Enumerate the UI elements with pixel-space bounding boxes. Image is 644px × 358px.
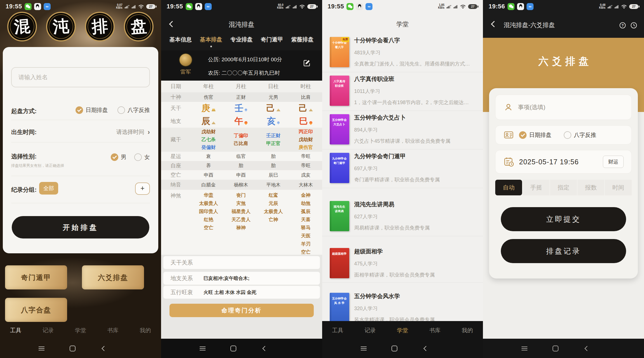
zizuo-row: 自座 养胎胎帝旺 bbox=[161, 161, 322, 170]
shortcut-card[interactable]: 八字合盘 bbox=[5, 298, 67, 322]
course-item[interactable]: 混沌先生讲周易 混沌先生讲周易 627人学习 周易精讲课，职业班会员免费专属 bbox=[322, 188, 483, 236]
tab-item[interactable]: 专业排盘 bbox=[230, 36, 253, 47]
tab-item[interactable]: 书库 bbox=[107, 327, 119, 334]
course-list: 免费 十分钟学会看八字 十分钟学会看八字 4819人学习 全真教龙门派传人，混沌… bbox=[322, 34, 483, 321]
add-group-button[interactable]: + bbox=[135, 182, 150, 195]
tab-item[interactable]: 学堂 bbox=[397, 327, 408, 334]
fortune-button[interactable]: 财运 bbox=[603, 156, 624, 168]
edit-icon[interactable] bbox=[303, 59, 311, 68]
shensha-row: 神煞 华盖太极贵人国印贵人红艳空亡丧门灾煞福星贵人天乙贵人禄神红鸾元辰太极贵人亡… bbox=[161, 190, 322, 255]
nav-home-icon[interactable] bbox=[230, 345, 236, 351]
signal-sim1-icon: ✕ bbox=[125, 4, 129, 9]
nav-menu-icon[interactable] bbox=[522, 345, 527, 352]
qq-icon bbox=[34, 3, 41, 10]
table-cell: 正财 bbox=[225, 94, 257, 100]
mode-tab[interactable]: 自动 bbox=[495, 180, 522, 195]
battery-indicator: 27 bbox=[468, 4, 477, 9]
method-options: 日期排盘八字反推 bbox=[76, 106, 150, 114]
matter-input[interactable]: 事项(选填) bbox=[495, 95, 632, 120]
history-icon[interactable] bbox=[630, 22, 637, 30]
tab-item[interactable]: 记录 bbox=[364, 327, 376, 334]
nav-back-icon[interactable] bbox=[102, 346, 107, 351]
group-all-chip[interactable]: 全部 bbox=[39, 182, 58, 195]
course-item[interactable]: 五分钟学会风 水 学 五分钟学会风水学 320人学习 风水学精讲课，职业班会员免… bbox=[322, 283, 483, 321]
nav-back-icon[interactable] bbox=[263, 346, 268, 351]
help-icon[interactable]: ? bbox=[619, 22, 626, 30]
network-speed: 60.0KB/s bbox=[277, 4, 284, 10]
element-icon bbox=[309, 121, 313, 125]
status-bar: 19:55 ∞ 1.85KB/s ✕ 27 bbox=[322, 0, 483, 13]
method-radio[interactable]: 日期排盘 bbox=[519, 131, 551, 139]
gender-radio[interactable]: 男 bbox=[111, 153, 126, 161]
table-cell: 衰 bbox=[192, 153, 225, 160]
shortcut-card[interactable]: 奇门遁甲 bbox=[5, 265, 67, 289]
stem-cell: 己 bbox=[290, 102, 322, 114]
shortcut-card[interactable]: 六爻排盘 bbox=[82, 265, 144, 289]
tab-item[interactable]: 我的 bbox=[140, 327, 151, 334]
dizhi-row: 地支 辰午亥巳 bbox=[161, 115, 322, 128]
element-icon bbox=[309, 109, 313, 111]
tab-item[interactable]: 书库 bbox=[429, 327, 440, 334]
gender-radio[interactable]: 女 bbox=[134, 153, 150, 161]
tab-item[interactable]: 学堂 bbox=[75, 327, 86, 334]
nav-home-icon[interactable] bbox=[70, 345, 76, 351]
table-cell: 元男 bbox=[257, 94, 290, 100]
tab-item[interactable]: 记录 bbox=[43, 327, 54, 334]
nav-home-icon[interactable] bbox=[553, 345, 558, 351]
bottom-tab-bar: 工具记录学堂书库我的 bbox=[0, 324, 161, 336]
tab-item[interactable]: 我的 bbox=[462, 327, 473, 334]
course-description: 六爻占卜45节精讲课，职业班会员免费专属 bbox=[354, 138, 478, 144]
method-radio[interactable]: 八字反推 bbox=[564, 131, 596, 139]
course-item[interactable]: 八字真传职业班 八字真传职业班 1011人学习 1，这个课一共会有198节内容。… bbox=[322, 72, 483, 111]
course-item[interactable]: 免费 十分钟学会看八字 十分钟学会看八字 4819人学习 全真教龙门派传人，混沌… bbox=[322, 34, 483, 72]
datetime-field[interactable]: 2025-05-17 19:56 财运 bbox=[495, 150, 632, 174]
qimen-analysis-button[interactable]: 命理奇门分析 bbox=[169, 304, 314, 317]
wifi-icon bbox=[138, 4, 144, 9]
course-students: 320人学习 bbox=[354, 305, 378, 312]
tab-item[interactable]: 奇门遁甲 bbox=[261, 36, 283, 47]
shensha-cell: 红鸾元辰太极贵人亡神 bbox=[257, 190, 290, 224]
table-cell: 大林木 bbox=[290, 182, 322, 188]
start-paipan-button[interactable]: 开始排盘 bbox=[12, 216, 149, 238]
method-radio[interactable]: 八字反推 bbox=[117, 106, 150, 114]
course-cover: 五分钟学会风 水 学 bbox=[330, 293, 349, 323]
shensha-cell: 金神劫煞孤辰天喜驿马天医羊刃空亡 bbox=[290, 190, 322, 256]
course-item[interactable]: 九分钟学会奇门遁甲 九分钟学会奇门遁甲 697人学习 奇门遁甲精讲课，职业班会员… bbox=[322, 149, 483, 188]
divider bbox=[11, 142, 150, 142]
status-bar: 19:56 ∞ 0.48KB/s ✕ 27 bbox=[483, 0, 644, 13]
mode-tab[interactable]: 手摇 bbox=[523, 180, 549, 195]
tab-item[interactable]: 工具 bbox=[10, 327, 21, 334]
nav-menu-icon[interactable] bbox=[200, 345, 206, 352]
mode-tab[interactable]: 报数 bbox=[577, 180, 604, 195]
gender-note: 排盘结果男女有别，请正确选择 bbox=[11, 163, 64, 168]
course-item[interactable]: 超级面相学 超级面相学 475人学习 面相学精讲课，职业班会员免费专属 bbox=[322, 236, 483, 283]
signal-sim2-icon bbox=[132, 4, 136, 9]
table-cell: 胎 bbox=[225, 162, 257, 169]
name-input[interactable] bbox=[11, 67, 150, 87]
records-button[interactable]: 排盘记录 bbox=[501, 239, 626, 263]
nav-menu-icon[interactable] bbox=[361, 345, 367, 352]
method-radio[interactable]: 日期排盘 bbox=[76, 106, 108, 114]
nav-back-icon[interactable] bbox=[584, 346, 589, 351]
nav-menu-icon[interactable] bbox=[39, 345, 44, 352]
mode-tab[interactable]: 指定 bbox=[550, 180, 577, 195]
tab-item[interactable]: 工具 bbox=[332, 327, 343, 334]
qq-icon bbox=[356, 3, 363, 10]
tab-item[interactable]: 基本排盘 bbox=[200, 36, 222, 47]
mode-tab[interactable]: 时间 bbox=[605, 180, 632, 195]
course-item[interactable]: 五分钟学会六爻占卜 五分钟学会六爻占卜 894人学习 六爻占卜45节精讲课，职业… bbox=[322, 111, 483, 149]
person-icon bbox=[504, 103, 513, 112]
element-icon bbox=[277, 121, 280, 125]
tab-item[interactable]: 紫薇排盘 bbox=[291, 36, 314, 47]
course-students: 894人学习 bbox=[354, 127, 378, 133]
nav-home-icon[interactable] bbox=[391, 345, 397, 351]
table-cell: 临官 bbox=[225, 153, 257, 160]
nav-back-icon[interactable] bbox=[423, 346, 428, 351]
submit-button[interactable]: 立即提交 bbox=[501, 207, 626, 231]
datetime-value: 2025-05-17 19:56 bbox=[519, 158, 579, 166]
tab-item[interactable]: 基本信息 bbox=[169, 36, 192, 47]
table-cell: 伤官 bbox=[192, 94, 225, 100]
birth-time-picker[interactable]: 请选择时间 › bbox=[116, 128, 150, 136]
radio-icon bbox=[111, 153, 118, 161]
avatar bbox=[180, 54, 192, 66]
